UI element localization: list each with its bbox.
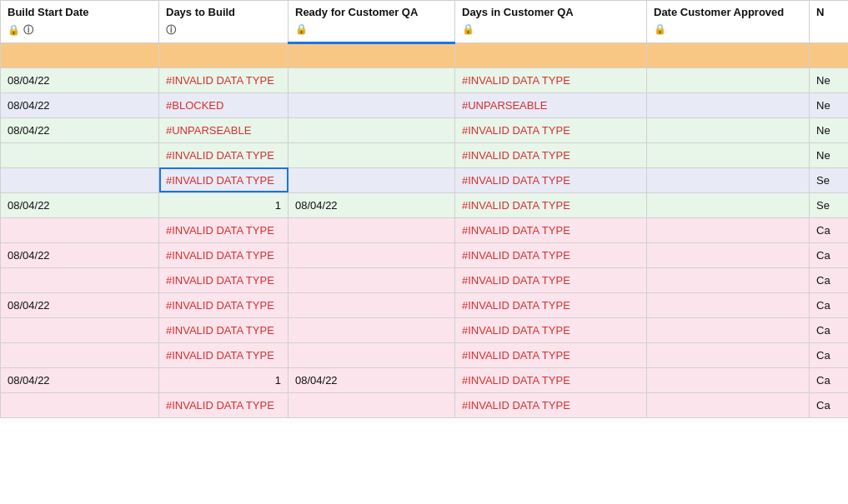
table-cell-n[interactable]: Ca bbox=[810, 342, 849, 367]
table-cell[interactable]: 08/04/22 bbox=[1, 67, 159, 92]
table-cell[interactable] bbox=[647, 292, 810, 317]
table-cell[interactable]: #INVALID DATA TYPE bbox=[159, 167, 289, 192]
table-cell[interactable]: #INVALID DATA TYPE bbox=[159, 142, 289, 167]
table-cell-n[interactable]: Ca bbox=[810, 317, 849, 342]
table-cell[interactable] bbox=[1, 217, 159, 242]
table-cell[interactable]: #INVALID DATA TYPE bbox=[455, 367, 647, 392]
col-header-build-start-date[interactable]: Build Start Date 🔒 ⓘ bbox=[1, 1, 159, 43]
table-cell-n[interactable]: Ne bbox=[810, 142, 849, 167]
table-cell[interactable] bbox=[647, 267, 810, 292]
table-cell-n[interactable]: Ca bbox=[810, 367, 849, 392]
table-cell[interactable]: 08/04/22 bbox=[1, 117, 159, 142]
table-cell[interactable]: #INVALID DATA TYPE bbox=[159, 242, 289, 267]
table-cell[interactable]: #INVALID DATA TYPE bbox=[455, 167, 647, 192]
table-cell[interactable]: #INVALID DATA TYPE bbox=[159, 317, 289, 342]
table-cell[interactable] bbox=[647, 192, 810, 217]
table-cell-n[interactable]: Ca bbox=[810, 292, 849, 317]
table-cell[interactable]: #INVALID DATA TYPE bbox=[159, 292, 289, 317]
table-cell[interactable] bbox=[289, 92, 455, 117]
table-cell[interactable] bbox=[647, 117, 810, 142]
table-cell[interactable]: #INVALID DATA TYPE bbox=[455, 317, 647, 342]
table-cell[interactable] bbox=[289, 217, 455, 242]
table-cell[interactable] bbox=[647, 92, 810, 117]
table-cell[interactable] bbox=[647, 217, 810, 242]
table-cell[interactable]: #INVALID DATA TYPE bbox=[455, 67, 647, 92]
cell-n[interactable] bbox=[810, 42, 849, 67]
table-row: #INVALID DATA TYPE#INVALID DATA TYPECa bbox=[1, 392, 849, 417]
table-cell[interactable]: 08/04/22 bbox=[1, 367, 159, 392]
table-cell[interactable] bbox=[289, 342, 455, 367]
table-cell[interactable]: #INVALID DATA TYPE bbox=[455, 117, 647, 142]
table-cell[interactable]: 08/04/22 bbox=[1, 292, 159, 317]
table-cell-n[interactable]: Ca bbox=[810, 242, 849, 267]
table-cell[interactable]: #INVALID DATA TYPE bbox=[455, 292, 647, 317]
table-cell[interactable] bbox=[289, 167, 455, 192]
table-cell[interactable] bbox=[647, 167, 810, 192]
table-cell[interactable] bbox=[289, 292, 455, 317]
table-cell[interactable]: #INVALID DATA TYPE bbox=[159, 392, 289, 417]
table-cell[interactable] bbox=[647, 142, 810, 167]
table-cell[interactable] bbox=[289, 117, 455, 142]
table-cell[interactable] bbox=[647, 317, 810, 342]
table-cell[interactable]: #INVALID DATA TYPE bbox=[455, 342, 647, 367]
table-cell[interactable] bbox=[289, 267, 455, 292]
cell-days-qa[interactable] bbox=[455, 42, 647, 67]
table-cell[interactable]: 08/04/22 bbox=[1, 92, 159, 117]
table-cell[interactable]: 08/04/22 bbox=[289, 367, 455, 392]
table-cell[interactable] bbox=[289, 392, 455, 417]
table-cell-n[interactable]: Se bbox=[810, 192, 849, 217]
table-cell[interactable]: #UNPARSEABLE bbox=[159, 117, 289, 142]
table-cell[interactable]: #INVALID DATA TYPE bbox=[455, 392, 647, 417]
table-cell[interactable]: #INVALID DATA TYPE bbox=[159, 67, 289, 92]
table-cell[interactable]: 1 bbox=[159, 192, 289, 217]
table-cell[interactable]: #INVALID DATA TYPE bbox=[455, 142, 647, 167]
table-cell[interactable] bbox=[647, 392, 810, 417]
table-row: #INVALID DATA TYPE#INVALID DATA TYPESe bbox=[1, 167, 849, 192]
cell-build-start[interactable] bbox=[1, 42, 159, 67]
table-row bbox=[1, 42, 849, 67]
table-cell[interactable] bbox=[1, 167, 159, 192]
table-cell-n[interactable]: Se bbox=[810, 167, 849, 192]
table-cell[interactable]: #INVALID DATA TYPE bbox=[159, 217, 289, 242]
table-cell[interactable] bbox=[289, 142, 455, 167]
table-cell[interactable]: #BLOCKED bbox=[159, 92, 289, 117]
table-cell[interactable] bbox=[1, 392, 159, 417]
table-cell[interactable] bbox=[289, 242, 455, 267]
col-header-date-customer-approved[interactable]: Date Customer Approved 🔒 bbox=[647, 1, 810, 43]
table-cell[interactable]: #INVALID DATA TYPE bbox=[455, 217, 647, 242]
table-cell[interactable]: #INVALID DATA TYPE bbox=[455, 242, 647, 267]
table-cell[interactable] bbox=[647, 342, 810, 367]
cell-ready-qa[interactable] bbox=[289, 42, 455, 67]
table-cell[interactable]: 1 bbox=[159, 367, 289, 392]
table-cell[interactable] bbox=[1, 317, 159, 342]
table-cell[interactable] bbox=[647, 367, 810, 392]
table-cell[interactable]: #INVALID DATA TYPE bbox=[159, 342, 289, 367]
table-cell[interactable] bbox=[289, 317, 455, 342]
table-cell[interactable] bbox=[647, 67, 810, 92]
table-cell[interactable]: #INVALID DATA TYPE bbox=[455, 192, 647, 217]
table-cell[interactable] bbox=[647, 242, 810, 267]
table-cell[interactable]: #INVALID DATA TYPE bbox=[159, 267, 289, 292]
cell-days-to-build[interactable] bbox=[159, 42, 289, 67]
table-cell-n[interactable]: Ca bbox=[810, 267, 849, 292]
table-cell-n[interactable]: Ca bbox=[810, 392, 849, 417]
table-cell[interactable] bbox=[289, 67, 455, 92]
table-cell[interactable]: #INVALID DATA TYPE bbox=[455, 267, 647, 292]
table-cell[interactable]: 08/04/22 bbox=[1, 192, 159, 217]
table-cell-n[interactable]: Ne bbox=[810, 117, 849, 142]
table-cell[interactable]: 08/04/22 bbox=[1, 242, 159, 267]
table-cell-n[interactable]: Ca bbox=[810, 217, 849, 242]
table-cell-n[interactable]: Ne bbox=[810, 67, 849, 92]
col-header-days-customer-qa[interactable]: Days in Customer QA 🔒 bbox=[455, 1, 647, 43]
table-cell[interactable] bbox=[1, 342, 159, 367]
col-header-ready-customer-qa[interactable]: Ready for Customer QA 🔒 bbox=[289, 1, 455, 43]
col-header-n[interactable]: N bbox=[810, 1, 849, 43]
table-cell[interactable] bbox=[1, 142, 159, 167]
table-cell-n[interactable]: Ne bbox=[810, 92, 849, 117]
table-cell[interactable] bbox=[1, 267, 159, 292]
table-cell[interactable]: #UNPARSEABLE bbox=[455, 92, 647, 117]
cell-date-approved[interactable] bbox=[647, 42, 810, 67]
table-row: #INVALID DATA TYPE#INVALID DATA TYPECa bbox=[1, 317, 849, 342]
col-header-days-to-build[interactable]: Days to Build ⓘ bbox=[159, 1, 289, 43]
table-cell[interactable]: 08/04/22 bbox=[289, 192, 455, 217]
